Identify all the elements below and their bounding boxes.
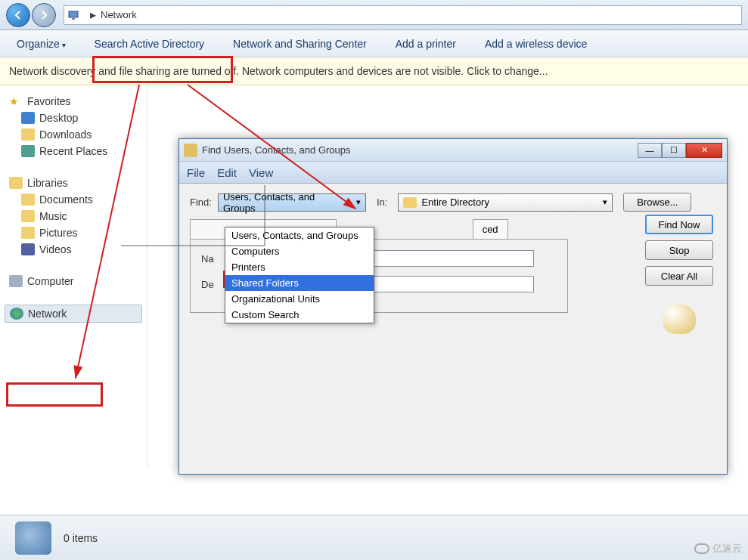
address-bar[interactable]: ▸ Network bbox=[64, 5, 742, 25]
description-input[interactable] bbox=[362, 276, 534, 292]
libraries-header[interactable]: Libraries bbox=[5, 175, 142, 191]
status-network-icon bbox=[15, 521, 51, 555]
sidebar-desktop[interactable]: Desktop bbox=[5, 110, 142, 126]
dialog-title: Find Users, Contacts, and Groups bbox=[202, 144, 638, 156]
svg-rect-0 bbox=[69, 11, 78, 17]
add-wireless-device[interactable]: Add a wireless device bbox=[482, 33, 590, 54]
notification-bar[interactable]: Network discovery and file sharing are t… bbox=[0, 57, 748, 85]
dialog-icon bbox=[184, 144, 197, 157]
sidebar-network[interactable]: Network bbox=[5, 305, 142, 323]
stop-button[interactable]: Stop bbox=[645, 240, 713, 260]
status-bar: 0 items bbox=[0, 515, 748, 560]
menu-edit[interactable]: Edit bbox=[217, 166, 237, 179]
directory-icon bbox=[403, 197, 417, 208]
maximize-button[interactable]: ☐ bbox=[662, 143, 686, 158]
organize-menu[interactable]: Organize bbox=[14, 33, 69, 54]
sidebar-videos[interactable]: Videos bbox=[5, 241, 142, 258]
name-label: Na bbox=[201, 253, 227, 265]
dropdown-item-custom[interactable]: Custom Search bbox=[225, 307, 374, 323]
description-label: De bbox=[201, 279, 227, 290]
dropdown-item-users[interactable]: Users, Contacts, and Groups bbox=[225, 227, 374, 243]
dialog-actions: Find Now Stop Clear All bbox=[645, 215, 713, 334]
breadcrumb-separator: ▸ bbox=[90, 8, 96, 22]
find-combobox[interactable]: Users, Contacts, and Groups bbox=[218, 193, 366, 212]
dropdown-item-ou[interactable]: Organizational Units bbox=[225, 291, 374, 307]
svg-rect-1 bbox=[72, 18, 75, 20]
forward-button[interactable] bbox=[32, 3, 56, 27]
sidebar-music[interactable]: Music bbox=[5, 208, 142, 224]
dropdown-item-shared-folders[interactable]: Shared Folders bbox=[225, 275, 374, 291]
network-icon bbox=[67, 8, 81, 22]
sidebar-recent-places[interactable]: Recent Places bbox=[5, 143, 142, 159]
arrow-left-icon bbox=[13, 10, 23, 20]
dialog-menu-bar: File Edit View bbox=[179, 162, 727, 184]
dropdown-item-computers[interactable]: Computers bbox=[225, 243, 374, 259]
search-glyph-icon bbox=[663, 304, 696, 334]
favorites-header[interactable]: ★Favorites bbox=[5, 93, 142, 110]
sidebar-computer[interactable]: Computer bbox=[5, 273, 142, 289]
name-input[interactable] bbox=[362, 250, 534, 267]
find-label: Find: bbox=[190, 196, 212, 208]
dialog-titlebar: Find Users, Contacts, and Groups — ☐ ✕ bbox=[179, 139, 727, 162]
search-active-directory[interactable]: Search Active Directory bbox=[92, 33, 208, 54]
navigation-pane: ★Favorites Desktop Downloads Recent Plac… bbox=[0, 85, 147, 467]
watermark: 亿速云 bbox=[694, 542, 742, 555]
arrow-right-icon bbox=[39, 10, 49, 20]
in-combobox[interactable]: Entire Directory bbox=[398, 193, 613, 212]
sidebar-downloads[interactable]: Downloads bbox=[5, 126, 142, 143]
back-button[interactable] bbox=[6, 3, 30, 27]
find-dropdown: Users, Contacts, and Groups Computers Pr… bbox=[225, 227, 374, 323]
add-printer[interactable]: Add a printer bbox=[393, 33, 459, 54]
browse-button[interactable]: Browse... bbox=[623, 193, 691, 212]
menu-view[interactable]: View bbox=[249, 166, 273, 179]
command-toolbar: Organize Search Active Directory Network… bbox=[0, 30, 748, 57]
tab-advanced[interactable]: ced bbox=[473, 219, 508, 239]
cloud-icon bbox=[694, 543, 709, 554]
sidebar-pictures[interactable]: Pictures bbox=[5, 224, 142, 241]
in-label: In: bbox=[377, 196, 387, 208]
menu-file[interactable]: File bbox=[187, 166, 205, 179]
navigation-bar: ▸ Network bbox=[0, 0, 748, 30]
find-now-button[interactable]: Find Now bbox=[645, 215, 713, 234]
clear-all-button[interactable]: Clear All bbox=[645, 266, 713, 286]
dropdown-item-printers[interactable]: Printers bbox=[225, 259, 374, 275]
status-text: 0 items bbox=[64, 532, 98, 544]
minimize-button[interactable]: — bbox=[638, 143, 662, 158]
breadcrumb-location: Network bbox=[101, 9, 137, 20]
close-button[interactable]: ✕ bbox=[686, 143, 722, 158]
network-sharing-center[interactable]: Network and Sharing Center bbox=[230, 33, 370, 54]
sidebar-documents[interactable]: Documents bbox=[5, 191, 142, 208]
